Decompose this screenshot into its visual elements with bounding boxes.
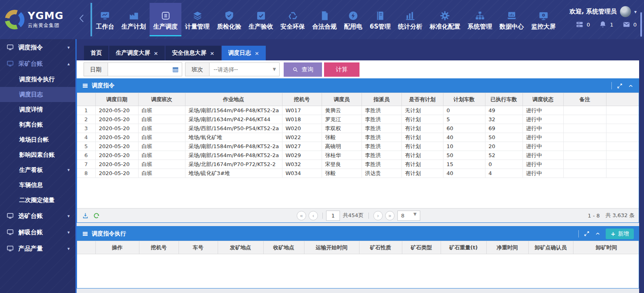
first-page-button[interactable]: « bbox=[297, 211, 306, 220]
notification-mail[interactable]: 0 bbox=[622, 20, 637, 29]
cell: 2020-05-20 bbox=[95, 151, 138, 160]
user-menu-caret-icon[interactable]: ▾ bbox=[634, 9, 637, 15]
nav-item-acceptance[interactable]: 生产验收 bbox=[245, 3, 277, 36]
shift-label: 班次 bbox=[185, 62, 210, 76]
query-button[interactable]: 查询 bbox=[284, 62, 322, 77]
server-icon bbox=[576, 20, 584, 29]
sidebar-item-1-2[interactable]: 调度详情 bbox=[0, 102, 75, 117]
sidebar-group-1[interactable]: 采矿台账▴ bbox=[0, 55, 75, 72]
table-row[interactable]: 42020-05-20白班堆场/氧化矿堆W022张毅李胜洪有计划4050进行中 bbox=[77, 133, 639, 142]
notification-bell[interactable]: 1 bbox=[599, 20, 613, 29]
sidebar-collapse-icon[interactable] bbox=[77, 13, 87, 25]
sidebar-item-1-4[interactable]: 堆场日台帐 bbox=[0, 132, 75, 147]
table-row[interactable]: 62020-05-20白班采场/南部/1564m/P46-P48/KT52-2a… bbox=[77, 151, 639, 160]
table-row[interactable]: 32020-05-20白班采场/西部/1564m/P50-P54/KT52-2a… bbox=[77, 124, 639, 133]
sidebar-group-0[interactable]: 调度指令▾ bbox=[0, 39, 75, 55]
power-icon bbox=[348, 10, 359, 21]
cell: 69 bbox=[485, 124, 523, 133]
prev-page-button[interactable]: ‹ bbox=[309, 211, 318, 220]
shift-select[interactable]: --请选择-- ▼ bbox=[210, 62, 280, 76]
expand-icon[interactable] bbox=[584, 231, 590, 237]
table-row[interactable]: 52020-05-20白班采场/南部/1584m/P46-P48/KT52-2a… bbox=[77, 142, 639, 151]
tab-close-icon[interactable]: × bbox=[255, 51, 259, 56]
tab-close-icon[interactable]: × bbox=[154, 51, 158, 56]
nav-item-stats[interactable]: 统计分析 bbox=[394, 3, 426, 36]
refresh-icon[interactable] bbox=[93, 212, 100, 219]
cell: 采场/南部/1564m/P46-P48/KT52-2a bbox=[185, 151, 282, 160]
table-row[interactable]: 22020-05-20白班采场/南部/1634m/P42-P46/KT44W01… bbox=[77, 115, 639, 124]
cell: 20 bbox=[485, 142, 523, 151]
system-icon bbox=[474, 10, 485, 21]
cell: 2020-05-20 bbox=[95, 124, 138, 133]
scrollbar-thumb[interactable] bbox=[640, 12, 642, 37]
nav-item-metering[interactable]: 计量管理 bbox=[181, 3, 213, 36]
workbench-icon bbox=[99, 10, 110, 21]
page-size-select[interactable]: 8 ▼ bbox=[397, 211, 420, 221]
collapse-panel-icon[interactable] bbox=[628, 83, 634, 89]
nav-item-safety[interactable]: 安全环保 bbox=[277, 3, 309, 36]
nav-item-6s[interactable]: 6S管理 bbox=[366, 3, 394, 36]
sidebar-item-label: 生产看板 bbox=[19, 166, 43, 174]
nav-item-workbench[interactable]: 工作台 bbox=[92, 3, 118, 36]
column-header: 指派员 bbox=[362, 93, 401, 106]
cell: 白班 bbox=[138, 115, 185, 124]
last-page-button[interactable]: » bbox=[385, 211, 395, 220]
tab-3[interactable]: 调度日志× bbox=[222, 46, 266, 60]
sidebar-item-label: 调度日志 bbox=[19, 91, 43, 98]
date-input[interactable] bbox=[108, 62, 182, 76]
sidebar-item-1-6[interactable]: 生产看板▾ bbox=[0, 162, 75, 178]
expand-icon[interactable] bbox=[617, 83, 623, 89]
cell: W029 bbox=[282, 151, 322, 160]
sidebar-group-4[interactable]: 产品产量▾ bbox=[0, 240, 75, 257]
column-header bbox=[77, 241, 95, 254]
top-header: YGMG 云南黄金集团 工作台生产计划生产调度计量管理质检化验生产验收安全环保合… bbox=[0, 0, 644, 39]
mail-icon bbox=[622, 20, 631, 29]
tab-1[interactable]: 生产调度大屏× bbox=[109, 46, 165, 60]
table-row[interactable]: 82020-05-20白班堆场/硫化矿3#堆W034张毅洪达贵有计划404进行中 bbox=[77, 169, 639, 178]
sidebar-item-1-1[interactable]: 调度日志 bbox=[0, 87, 75, 102]
cell: 进行中 bbox=[523, 133, 563, 142]
sidebar-item-1-5[interactable]: 影响因素台账 bbox=[0, 147, 75, 162]
nav-item-production-plan[interactable]: 生产计划 bbox=[118, 3, 150, 36]
calc-button[interactable]: 计算 bbox=[324, 62, 359, 77]
shift-select-value: --请选择-- bbox=[214, 66, 238, 73]
tab-0[interactable]: 首页 bbox=[84, 46, 108, 60]
column-header: 已执行车数 bbox=[485, 93, 523, 106]
cell: 进行中 bbox=[523, 115, 563, 124]
nav-item-quality[interactable]: 质检化验 bbox=[213, 3, 245, 36]
compliance-icon bbox=[319, 10, 330, 21]
divider bbox=[322, 213, 323, 219]
cell: 李胜洪 bbox=[362, 115, 401, 124]
notification-server[interactable]: 0 bbox=[576, 20, 590, 29]
sidebar-item-1-8[interactable]: 二次圈定储量 bbox=[0, 193, 75, 208]
sidebar-group-2[interactable]: 选矿台账▾ bbox=[0, 208, 75, 224]
next-page-button[interactable]: › bbox=[373, 211, 383, 220]
nav-item-datacenter[interactable]: 数据中心 bbox=[496, 3, 527, 36]
tab-close-icon[interactable]: × bbox=[210, 51, 214, 56]
nav-item-compliance[interactable]: 合法合规 bbox=[309, 3, 340, 36]
nav-item-bigscreen[interactable]: 监控大屏 bbox=[527, 3, 559, 36]
cell: 张毅 bbox=[322, 133, 362, 142]
nav-item-standard-config[interactable]: 标准化配置 bbox=[426, 3, 464, 36]
cell bbox=[563, 142, 606, 151]
nav-item-system[interactable]: 系统管理 bbox=[464, 3, 496, 36]
table-row[interactable]: 72020-05-20白班采场/北部/1674m/P70-P72/KT52-2W… bbox=[77, 160, 639, 169]
nav-item-production-dispatch[interactable]: 生产调度 bbox=[150, 3, 181, 36]
sidebar-item-1-3[interactable]: 剥离台账 bbox=[0, 117, 75, 132]
page-number-input[interactable] bbox=[326, 211, 340, 221]
table-row[interactable]: 12020-05-20白班采场/南部/1564m/P46-P48/KT52-2a… bbox=[77, 106, 639, 115]
total-pages-label: 共454页 bbox=[343, 212, 364, 219]
sidebar-group-3[interactable]: 解吸台账▾ bbox=[0, 224, 75, 240]
calendar-icon[interactable] bbox=[172, 66, 179, 73]
nav-item-label: 系统管理 bbox=[468, 23, 492, 31]
welcome-text: 欢迎, 系统管理员 bbox=[569, 8, 617, 16]
export-icon[interactable] bbox=[82, 212, 89, 219]
brand-logo-icon bbox=[5, 10, 24, 29]
collapse-panel-icon[interactable] bbox=[595, 231, 601, 237]
tab-2[interactable]: 安全信息大屏× bbox=[165, 46, 221, 60]
nav-item-power[interactable]: 配用电 bbox=[340, 3, 366, 36]
sidebar-item-1-7[interactable]: 车辆信息 bbox=[0, 178, 75, 193]
sidebar-item-1-0[interactable]: 调度指令执行 bbox=[0, 72, 75, 87]
add-button[interactable]: + 新增 bbox=[606, 229, 634, 239]
avatar[interactable] bbox=[620, 6, 631, 17]
